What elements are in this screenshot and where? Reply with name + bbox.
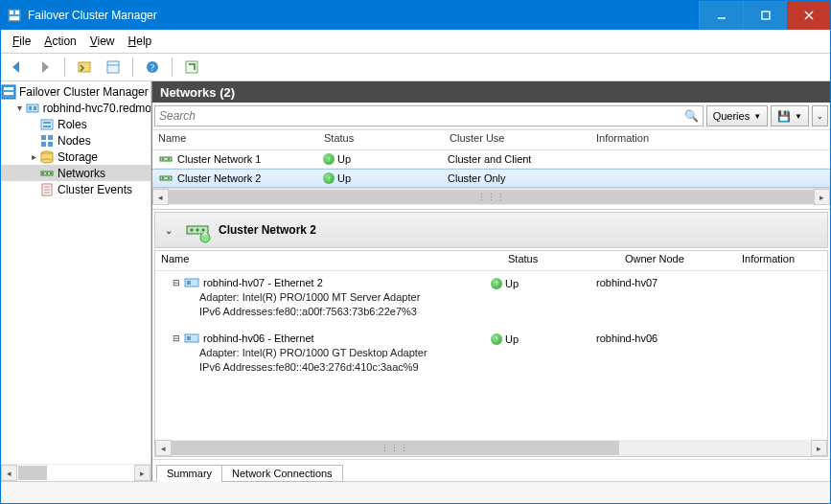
show-hide-tree-button[interactable]	[73, 56, 96, 79]
svg-point-34	[46, 172, 48, 174]
svg-rect-52	[187, 281, 191, 285]
svg-point-44	[162, 177, 164, 179]
scroll-track[interactable]: ⋮⋮⋮	[172, 440, 811, 456]
nic-icon	[184, 331, 199, 346]
toolbar-separator	[64, 57, 65, 77]
scroll-left-icon[interactable]: ◂	[1, 465, 17, 481]
svg-point-48	[196, 229, 199, 232]
dcol-name[interactable]: Name	[155, 251, 502, 270]
svg-point-33	[42, 172, 44, 174]
maximize-button[interactable]	[743, 1, 787, 30]
svg-rect-1	[10, 11, 13, 14]
chevron-down-icon[interactable]: ⌄	[161, 222, 176, 238]
collapse-icon[interactable]: ⊟	[173, 333, 184, 343]
expand-icon[interactable]: ▾	[14, 103, 25, 113]
svg-point-41	[162, 158, 164, 160]
network-icon	[158, 171, 173, 186]
col-use[interactable]: Cluster Use	[444, 130, 590, 149]
nav-forward-button[interactable]	[34, 56, 57, 79]
tab-summary[interactable]: Summary	[156, 465, 222, 482]
adapter-item[interactable]: ⊟ robhind-hv06 - Ethernet ↑Up robhind-hv…	[155, 327, 827, 382]
tree-roles[interactable]: Roles	[1, 116, 150, 132]
help-button[interactable]: ?	[141, 56, 164, 79]
tree-root[interactable]: Failover Cluster Manager	[1, 83, 150, 100]
collapse-icon[interactable]: ⊟	[173, 278, 184, 287]
tree-cluster[interactable]: ▾ robhind-hvc70.redmond	[1, 100, 150, 116]
scroll-right-icon[interactable]: ▸	[811, 440, 827, 456]
scroll-right-icon[interactable]: ▸	[814, 189, 830, 205]
status-up-icon: ↑	[323, 172, 335, 184]
tree-hscroll[interactable]: ◂ ▸	[1, 464, 150, 481]
search-placeholder: Search	[159, 109, 196, 123]
grid-hscroll[interactable]: ◂ ⋮⋮⋮ ▸	[152, 189, 830, 205]
adapter-owner: robhind-hv07	[596, 277, 702, 288]
close-button[interactable]	[787, 1, 830, 30]
refresh-button[interactable]	[180, 56, 203, 79]
expand-icon[interactable]: ▸	[28, 151, 39, 162]
tree-root-label: Failover Cluster Manager	[19, 85, 149, 99]
dcol-info[interactable]: Information	[736, 251, 827, 270]
window-title: Failover Cluster Manager	[28, 9, 699, 22]
nav-tree[interactable]: Failover Cluster Manager ▾ robhind-hvc70…	[1, 81, 150, 464]
dcol-status[interactable]: Status	[502, 251, 619, 270]
svg-rect-25	[41, 135, 46, 140]
search-icon[interactable]: 🔍	[684, 109, 699, 123]
detail-body: Name Status Owner Node Information ⊟ rob…	[154, 250, 828, 457]
svg-rect-2	[15, 11, 19, 14]
network-icon	[158, 151, 173, 167]
minimize-button[interactable]	[699, 1, 743, 30]
detail-title-text: Cluster Network 2	[219, 223, 316, 237]
menu-help[interactable]: Help	[123, 34, 158, 49]
svg-rect-43	[160, 176, 172, 180]
section-header: Networks (2)	[152, 81, 830, 103]
col-status[interactable]: Status	[318, 130, 444, 149]
tree-nodes[interactable]: Nodes	[1, 132, 150, 149]
tree-nodes-label: Nodes	[58, 134, 91, 148]
adapter-name: robhind-hv07 - Ethernet 2	[203, 277, 323, 288]
more-button[interactable]: ⌄	[812, 105, 828, 126]
svg-text:?: ?	[150, 62, 155, 73]
grid-row[interactable]: Cluster Network 1 ↑Up Cluster and Client	[152, 150, 830, 169]
tree-networks-label: Networks	[58, 167, 105, 180]
tree-networks[interactable]: Networks	[1, 165, 150, 181]
properties-button[interactable]	[102, 56, 125, 79]
app-window: Failover Cluster Manager File Action Vie…	[0, 0, 831, 504]
detail-title-bar[interactable]: ⌄ Cluster Network 2	[154, 212, 828, 248]
scroll-left-icon[interactable]: ◂	[155, 440, 172, 456]
menu-action[interactable]: Action	[38, 34, 81, 49]
col-info[interactable]: Information	[590, 130, 830, 149]
scroll-thumb[interactable]	[18, 466, 47, 480]
status-up-icon: ↑	[491, 333, 502, 345]
cell-use: Cluster Only	[442, 172, 588, 184]
scroll-thumb[interactable]: ⋮⋮⋮	[172, 441, 619, 455]
scroll-track[interactable]: ⋮⋮⋮	[169, 189, 814, 205]
detail-hscroll[interactable]: ◂ ⋮⋮⋮ ▸	[155, 440, 827, 456]
menu-view[interactable]: View	[84, 34, 121, 49]
nic-icon	[184, 275, 199, 290]
dcol-owner[interactable]: Owner Node	[619, 251, 736, 270]
search-input[interactable]: Search 🔍	[154, 105, 704, 126]
menu-file[interactable]: File	[7, 34, 36, 49]
tree-storage[interactable]: ▸ Storage	[1, 149, 150, 165]
tree-events[interactable]: Cluster Events	[1, 181, 150, 197]
col-name[interactable]: Name	[152, 130, 318, 149]
cell-status: ↑Up	[317, 172, 442, 184]
svg-rect-40	[160, 157, 172, 161]
cell-name: Cluster Network 1	[152, 151, 317, 167]
queries-button[interactable]: Queries ▼	[706, 105, 768, 126]
svg-rect-18	[4, 92, 13, 95]
grid-row-selected[interactable]: Cluster Network 2 ↑Up Cluster Only	[152, 169, 830, 188]
scroll-thumb[interactable]: ⋮⋮⋮	[169, 190, 814, 204]
adapter-item[interactable]: ⊟ robhind-hv07 - Ethernet 2 ↑Up robhind-…	[155, 271, 827, 327]
adapter-status: Up	[505, 333, 519, 345]
detail-columns[interactable]: Name Status Owner Node Information	[155, 251, 827, 271]
toolbar-separator	[132, 57, 133, 77]
svg-marker-8	[12, 61, 19, 73]
scroll-left-icon[interactable]: ◂	[152, 189, 169, 205]
save-button[interactable]: 💾 ▼	[771, 105, 809, 126]
grid-header[interactable]: Name Status Cluster Use Information	[152, 130, 830, 150]
scroll-right-icon[interactable]: ▸	[134, 465, 150, 481]
tab-connections[interactable]: Network Connections	[221, 465, 343, 482]
cell-status: ↑Up	[317, 153, 442, 165]
nav-back-button[interactable]	[5, 56, 28, 79]
